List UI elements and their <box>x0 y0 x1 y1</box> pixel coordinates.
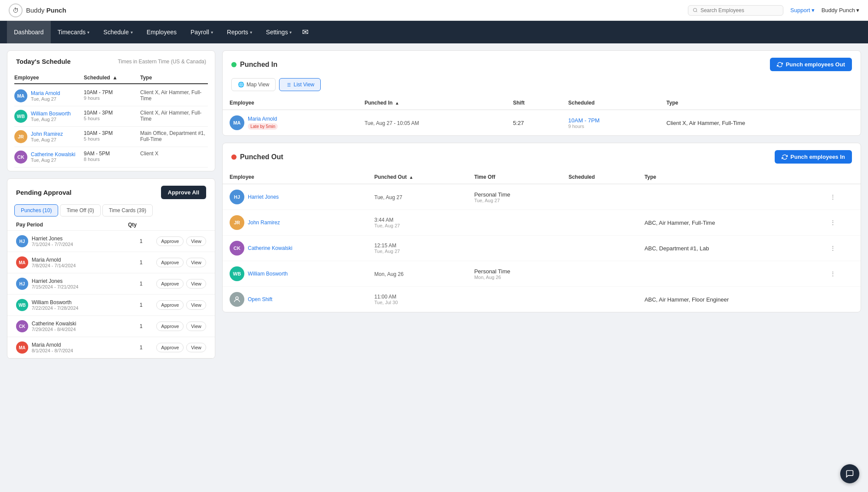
employee-name[interactable]: Catherine Kowalski <box>31 151 76 157</box>
logo-icon: ⏱ <box>9 3 23 17</box>
table-row: WB William Bosworth Mon, Aug 26 Personal… <box>223 261 861 287</box>
nav-item-schedule[interactable]: Schedule ▾ <box>96 21 139 43</box>
menu-icon[interactable]: ⋮ <box>830 245 836 252</box>
employee-name[interactable]: John Ramirez <box>31 131 63 137</box>
pending-row: WB William Bosworth 7/22/2024 - 7/28/202… <box>7 295 215 316</box>
menu-icon[interactable]: ⋮ <box>830 270 836 277</box>
approve-all-button[interactable]: Approve All <box>161 186 206 199</box>
avatar: MA <box>14 89 27 102</box>
nav-item-dashboard[interactable]: Dashboard <box>7 21 51 43</box>
schedule-table-header: Employee Scheduled ▲ Type <box>14 72 208 84</box>
employee-name[interactable]: Catherine Kowalski <box>248 245 293 251</box>
avatar: WB <box>16 299 28 311</box>
employee-name[interactable]: William Bosworth <box>248 271 288 277</box>
schedule-table: Employee Scheduled ▲ Type MA Maria Arnol… <box>7 72 215 171</box>
view-button[interactable]: View <box>186 300 206 310</box>
shift-value: 5:27 <box>506 110 561 135</box>
qty: 1 <box>128 238 154 244</box>
avatar: HJ <box>16 235 28 247</box>
search-box[interactable] <box>688 5 783 16</box>
scheduled-hours: 5 hours <box>84 116 140 121</box>
approve-button[interactable]: Approve <box>156 321 184 331</box>
type-value: Client X, Air Hammer, Full-Time <box>660 110 861 135</box>
scheduled-time: 10AM - 3PM <box>84 130 140 136</box>
approve-button[interactable]: Approve <box>156 300 184 310</box>
col-scheduled: Scheduled ▲ <box>84 75 140 81</box>
view-button[interactable]: View <box>186 279 206 289</box>
time-off-value: Personal Time Mon, Aug 26 <box>467 261 562 287</box>
type-value <box>638 184 823 210</box>
chevron-down-icon: ▾ <box>289 30 292 35</box>
pending-actions: Approve View <box>154 258 206 267</box>
punched-out-time: 12:15 AM Tue, Aug 27 <box>368 236 467 261</box>
col-scheduled: Scheduled <box>562 171 638 184</box>
employee-name: Harriet Jones <box>32 278 79 284</box>
pending-row: HJ Harriet Jones 7/15/2024 - 7/21/2024 1… <box>7 273 215 295</box>
pending-row: CK Catherine Kowalski 7/29/2024 - 8/4/20… <box>7 316 215 337</box>
row-actions <box>823 287 861 312</box>
approve-button[interactable]: Approve <box>156 343 184 352</box>
nav-item-reports[interactable]: Reports ▾ <box>220 21 259 43</box>
pending-table-header: Pay Period Qty <box>7 222 215 231</box>
punch-employees-out-button[interactable]: Punch employees Out <box>770 58 852 71</box>
tab-punches[interactable]: Punches (10) <box>14 204 58 216</box>
tab-time-cards[interactable]: Time Cards (39) <box>102 204 153 216</box>
menu-icon[interactable]: ⋮ <box>830 219 836 226</box>
approve-button[interactable]: Approve <box>156 279 184 289</box>
employee-cell: MA Maria Arnold Late by 5min <box>223 110 358 135</box>
pending-employee: MA Maria Arnold 7/8/2024 - 7/14/2024 <box>16 256 128 269</box>
punched-out-table-body: HJ Harriet Jones Tue, Aug 27 Personal Ti… <box>223 184 861 312</box>
type-value: ABC, Air Hammer, Full-Time <box>638 210 823 236</box>
menu-icon[interactable]: ⋮ <box>830 194 836 200</box>
avatar: CK <box>14 151 27 164</box>
avatar: MA <box>230 115 244 130</box>
tab-time-off[interactable]: Time Off (0) <box>60 204 100 216</box>
scheduled-value: 10AM - 7PM 9 hours <box>561 110 659 135</box>
view-button[interactable]: View <box>186 236 206 246</box>
pending-employee: HJ Harriet Jones 7/15/2024 - 7/21/2024 <box>16 278 128 290</box>
todays-schedule-card: Today's Schedule Times in Eastern Time (… <box>7 50 215 171</box>
scheduled-time: 10AM - 3PM <box>84 110 140 116</box>
account-link[interactable]: Buddy Punch ▾ <box>822 7 859 13</box>
employee-name[interactable]: William Bosworth <box>31 111 71 117</box>
refresh-icon <box>777 62 783 68</box>
view-button[interactable]: View <box>186 343 206 352</box>
schedule-timezone: Times in Eastern Time (US & Canada) <box>118 59 206 65</box>
employee-cell: CK Catherine Kowalski Tue, Aug 27 <box>14 151 84 164</box>
employee-name[interactable]: Maria Arnold <box>31 90 60 96</box>
scheduled-link[interactable]: 10AM - 7PM <box>568 117 599 124</box>
employee-name: Harriet Jones <box>32 236 73 242</box>
schedule-card-header: Today's Schedule Times in Eastern Time (… <box>7 51 215 72</box>
scheduled-value <box>562 261 638 287</box>
employee-name[interactable]: Harriet Jones <box>248 194 279 200</box>
search-input[interactable] <box>700 7 779 13</box>
employee-date: Tue, Aug 27 <box>31 157 76 163</box>
employee-name[interactable]: John Ramirez <box>248 220 280 226</box>
employee-name: William Bosworth <box>32 299 79 305</box>
employee-cell: WB William Bosworth Tue, Aug 27 <box>14 110 84 123</box>
approve-button[interactable]: Approve <box>156 258 184 267</box>
schedule-row: JR John Ramirez Tue, Aug 27 10AM - 3PM 5… <box>14 127 208 147</box>
table-row: Open Shift 11:00 AM Tue, Jul 30 ABC, Air… <box>223 287 861 312</box>
map-view-button[interactable]: 🌐 Map View <box>231 78 276 91</box>
support-link[interactable]: Support ▾ <box>790 7 815 13</box>
view-button[interactable]: View <box>186 321 206 331</box>
employee-cell: JR John Ramirez <box>223 210 368 236</box>
nav-item-employees[interactable]: Employees <box>140 21 184 43</box>
svg-point-0 <box>694 8 697 12</box>
view-button[interactable]: View <box>186 258 206 267</box>
email-icon[interactable]: ✉ <box>302 27 309 37</box>
chat-button[interactable] <box>840 464 859 483</box>
list-view-button[interactable]: List View <box>279 78 321 91</box>
employee-name[interactable]: Maria Arnold <box>248 116 278 122</box>
employee-name[interactable]: Open Shift <box>248 296 273 302</box>
approve-button[interactable]: Approve <box>156 236 184 246</box>
nav-item-timecards[interactable]: Timecards ▾ <box>51 21 97 43</box>
punch-employees-in-button[interactable]: Punch employees In <box>775 150 852 164</box>
punched-in-table: Employee Punched In ▲ Shift Scheduled Ty… <box>223 96 861 135</box>
schedule-type: Client X, Air Hammer, Full-Time <box>140 110 208 122</box>
nav-item-settings[interactable]: Settings ▾ <box>259 21 299 43</box>
avatar: MA <box>16 256 28 269</box>
nav-item-payroll[interactable]: Payroll ▾ <box>184 21 220 43</box>
search-icon <box>693 7 698 13</box>
